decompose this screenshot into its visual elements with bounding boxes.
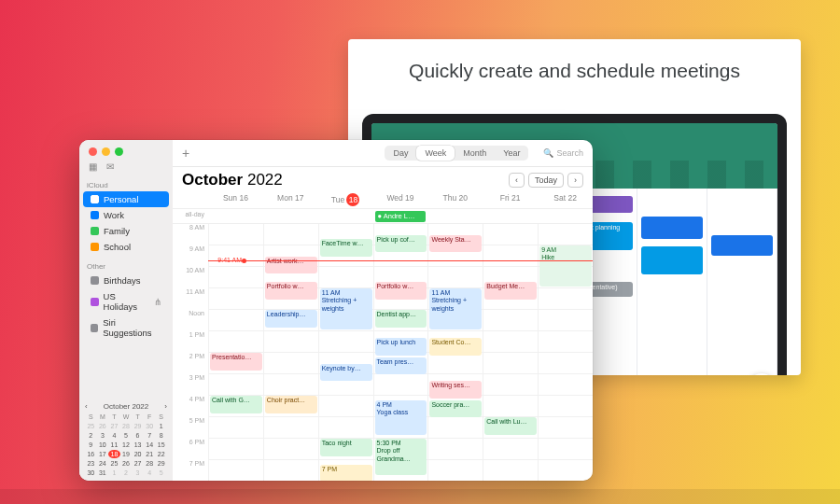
close-icon[interactable] (89, 147, 97, 156)
sidebar-calendar-item[interactable]: School (83, 239, 169, 255)
calendar-event[interactable]: 5:30 PM Drop off Grandma… (375, 439, 427, 475)
minical-day[interactable]: 19 (120, 450, 133, 458)
calendar-event[interactable]: Portfolio w… (265, 282, 317, 300)
calendar-event[interactable]: 7 PM (320, 465, 372, 481)
calendar-icon[interactable]: ▦ (89, 161, 97, 172)
week-grid[interactable]: 8 AM9 AM10 AM11 AMNoon1 PM2 PM3 PM4 PM5 … (173, 224, 593, 481)
minical-day[interactable]: 11 (108, 441, 120, 449)
calendar-event[interactable]: Taco night (320, 439, 372, 456)
search-field[interactable]: 🔍 Search (543, 148, 583, 158)
minical-next[interactable]: › (164, 402, 167, 411)
minical-day[interactable]: 25 (85, 422, 97, 430)
minical-day[interactable]: 7 (144, 431, 156, 440)
minical-day[interactable]: 5 (155, 469, 167, 477)
view-segmented-control[interactable]: DayWeekMonthYear (385, 146, 528, 161)
minical-day[interactable]: 30 (144, 422, 156, 430)
calendar-event[interactable]: Student Co… (429, 338, 482, 356)
minical-day[interactable]: 29 (132, 422, 144, 430)
prev-week-button[interactable]: ‹ (509, 173, 525, 188)
sidebar-calendar-item[interactable]: Family (83, 223, 169, 239)
calendar-event[interactable]: Budget Me… (484, 282, 537, 300)
sidebar-calendar-item[interactable]: Personal (83, 191, 169, 207)
calendar-event[interactable]: FaceTime w… (320, 239, 372, 257)
minical-day[interactable]: 25 (108, 459, 120, 468)
minical-day[interactable]: 5 (120, 431, 133, 440)
minical-day[interactable]: 28 (120, 422, 133, 430)
calendar-event[interactable]: Pick up cof… (375, 235, 427, 253)
calendar-event[interactable]: Keynote by… (320, 364, 372, 382)
calendar-event[interactable]: Soccer pra… (429, 400, 482, 418)
minical-day[interactable]: 8 (155, 431, 167, 440)
calendar-event[interactable]: Portfolio w… (375, 282, 427, 300)
minical-day[interactable]: 22 (155, 450, 167, 458)
inbox-icon[interactable]: ✉ (106, 161, 114, 172)
minical-day[interactable]: 1 (108, 469, 120, 477)
minimize-icon[interactable] (102, 147, 110, 156)
minical-day[interactable]: 6 (132, 431, 144, 440)
minical-day[interactable]: 15 (155, 441, 167, 449)
gcal-event[interactable] (641, 217, 703, 239)
calendar-event[interactable]: Team pres… (375, 357, 427, 375)
minical-day[interactable]: 24 (97, 459, 109, 468)
calendar-event[interactable]: 11 AM Stretching + weights (320, 288, 372, 329)
calendar-event[interactable]: Weekly Sta… (429, 235, 482, 253)
minical-day[interactable]: 10 (97, 441, 109, 449)
minical-day[interactable]: 18 (108, 450, 120, 458)
minical-day[interactable]: 16 (85, 450, 97, 458)
add-event-button[interactable]: + (182, 146, 189, 161)
view-day[interactable]: Day (385, 146, 416, 161)
search-icon: 🔍 (543, 148, 553, 158)
minical-day[interactable]: 2 (120, 469, 133, 477)
minical-day[interactable]: 30 (85, 469, 97, 477)
view-year[interactable]: Year (495, 146, 528, 161)
view-month[interactable]: Month (455, 146, 495, 161)
minical-day[interactable]: 13 (132, 441, 144, 449)
minical-day[interactable]: 3 (132, 469, 144, 477)
minical-day[interactable]: 20 (132, 450, 144, 458)
minical-day[interactable]: 21 (144, 450, 156, 458)
minical-day[interactable]: 28 (144, 459, 156, 468)
window-controls[interactable] (79, 140, 173, 160)
calendar-event[interactable]: Dentist app… (375, 310, 427, 328)
minical-day[interactable]: 4 (144, 469, 156, 477)
minical-day[interactable]: 27 (108, 422, 120, 430)
minical-day[interactable]: 3 (97, 431, 109, 440)
minical-day[interactable]: 26 (120, 459, 133, 468)
calendar-event[interactable]: 4 PM Yoga class (375, 400, 427, 435)
minical-day[interactable]: 27 (132, 459, 144, 468)
calendar-event[interactable]: Presentatio… (210, 353, 262, 371)
minical-day[interactable]: 23 (85, 459, 97, 468)
gcal-event[interactable] (711, 235, 773, 256)
calendar-event[interactable]: Call with G… (210, 396, 262, 413)
calendar-event[interactable]: Leadership… (265, 310, 317, 328)
sidebar-calendar-item[interactable]: Siri Suggestions (83, 315, 169, 341)
minical-day[interactable]: 17 (97, 450, 109, 458)
mini-calendar[interactable]: ‹ October 2022 › SMTWTFS2526272829301234… (79, 397, 173, 481)
zoom-icon[interactable] (115, 147, 123, 156)
minical-day[interactable]: 12 (120, 441, 133, 449)
next-week-button[interactable]: › (567, 173, 583, 188)
minical-day[interactable]: 4 (108, 431, 120, 440)
all-day-event[interactable]: ● Andre L… (375, 211, 427, 222)
minical-day[interactable]: 31 (97, 469, 109, 477)
calendar-event[interactable]: Call with Lu… (484, 417, 537, 435)
calendar-event[interactable]: Choir pract… (265, 396, 317, 413)
minical-day[interactable]: 29 (155, 459, 167, 468)
gcal-event[interactable] (641, 246, 703, 274)
calendar-event[interactable]: Artist work… (265, 257, 317, 274)
calendar-event[interactable]: Writing ses… (429, 381, 482, 399)
view-week[interactable]: Week (416, 146, 455, 161)
calendar-event[interactable]: Pick up lunch (375, 338, 427, 356)
minical-day[interactable]: 1 (155, 422, 167, 430)
minical-prev[interactable]: ‹ (85, 402, 88, 411)
sidebar-calendar-item[interactable]: Work (83, 207, 169, 223)
minical-day[interactable]: 9 (85, 441, 97, 449)
today-button[interactable]: Today (528, 173, 564, 188)
minical-day[interactable]: 14 (144, 441, 156, 449)
sidebar-calendar-item[interactable]: Birthdays (83, 273, 169, 288)
sidebar-calendar-item[interactable]: US Holidays⋔ (83, 288, 169, 315)
minical-day[interactable]: 26 (97, 422, 109, 430)
calendar-event[interactable]: 9 AM Hike (539, 245, 592, 287)
minical-day[interactable]: 2 (85, 431, 97, 440)
calendar-event[interactable]: 11 AM Stretching + weights (429, 288, 482, 329)
